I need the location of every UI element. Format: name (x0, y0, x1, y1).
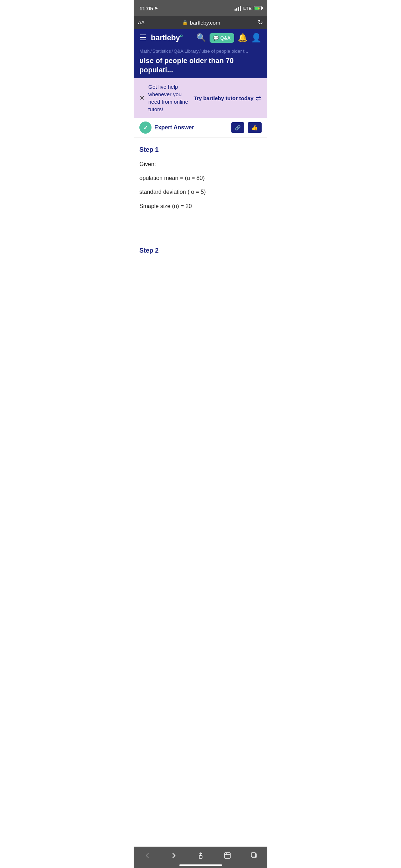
bell-container: 🔔 (238, 33, 247, 42)
breadcrumb-qa-library[interactable]: Q&A Library (174, 48, 199, 54)
breadcrumb-area: Math / Statistics / Q&A Library / ulse o… (134, 46, 267, 78)
status-bar: 11:05 ➤ LTE ⚡ (134, 0, 267, 16)
population-mean: opulation mean = (u = 80) (139, 173, 262, 183)
breadcrumb-statistics[interactable]: Statistics (153, 48, 171, 54)
std-deviation: standard deviation ( o = 5) (139, 187, 262, 197)
breadcrumb: Math / Statistics / Q&A Library / ulse o… (139, 48, 262, 54)
bell-icon[interactable]: 🔔 (238, 33, 247, 42)
lock-icon: 🔒 (182, 20, 188, 25)
nav-header: ☰ bartleby° 🔍 💬 Q&A 🔔 👤 (134, 29, 267, 46)
search-icon[interactable]: 🔍 (196, 33, 206, 42)
given-label: Given: (139, 159, 262, 169)
promo-cta-area: Try bartleby tutor today ⇌ (194, 94, 262, 102)
time-display: 11:05 (139, 5, 153, 11)
reload-icon[interactable]: ↻ (258, 19, 263, 26)
sample-size: Smaple size (n) = 20 (139, 201, 262, 211)
thumbs-up-button[interactable]: 👍 (248, 122, 262, 133)
breadcrumb-sep2: / (172, 48, 173, 54)
status-icons: LTE ⚡ (235, 6, 262, 11)
promo-text: Get live help whenever you need from onl… (148, 83, 194, 113)
brand-text: bartleby (151, 33, 180, 42)
step1-content: Given: opulation mean = (u = 80) standar… (139, 159, 262, 211)
expert-left: ✓ Expert Answer (139, 122, 194, 134)
font-size-control[interactable]: AA (138, 20, 145, 25)
chat-icon: 💬 (213, 35, 219, 41)
address-bar[interactable]: 🔒 bartleby.com (148, 20, 255, 26)
url-bar: AA 🔒 bartleby.com ↻ (134, 16, 267, 29)
signal-icon (235, 6, 241, 11)
breadcrumb-sep1: / (150, 48, 152, 54)
expert-answer-strip: ✓ Expert Answer 🔗 👍 (134, 118, 267, 138)
breadcrumb-math[interactable]: Math (139, 48, 150, 54)
step1-section: Step 1 Given: opulation mean = (u = 80) … (134, 138, 267, 224)
promo-cta[interactable]: Try bartleby tutor today (194, 94, 253, 102)
brand-logo[interactable]: bartleby° (151, 33, 183, 42)
section-divider (134, 231, 267, 231)
status-time: 11:05 ➤ (139, 5, 158, 11)
share-answer-button[interactable]: 🔗 (231, 122, 244, 133)
step2-title: Step 2 (139, 247, 262, 254)
expert-actions: 🔗 👍 (231, 122, 262, 133)
step1-title: Step 1 (139, 146, 262, 154)
nav-right: 🔍 💬 Q&A 🔔 👤 (196, 33, 262, 43)
qa-label: Q&A (220, 35, 231, 41)
close-banner-button[interactable]: ✕ (139, 94, 145, 102)
promo-banner: ✕ Get live help whenever you need from o… (134, 78, 267, 118)
qa-button[interactable]: 💬 Q&A (210, 33, 234, 43)
breadcrumb-sep3: / (199, 48, 201, 54)
promo-arrow-icon: ⇌ (256, 94, 262, 102)
lte-label: LTE (243, 6, 252, 11)
hamburger-menu[interactable]: ☰ (139, 33, 146, 42)
battery-icon: ⚡ (254, 6, 262, 10)
content-wrapper: Step 1 Given: opulation mean = (u = 80) … (134, 138, 267, 301)
page-title: ulse of people older than 70 populati... (139, 56, 262, 74)
location-icon: ➤ (154, 6, 158, 11)
brand-dot: ° (180, 33, 183, 42)
nav-left: ☰ bartleby° (139, 33, 183, 42)
breadcrumb-current: ulse of people older t... (201, 48, 248, 54)
url-text: bartleby.com (190, 20, 220, 26)
expert-avatar: ✓ (139, 122, 151, 134)
user-avatar-icon[interactable]: 👤 (251, 33, 262, 43)
step2-section: Step 2 (134, 238, 267, 269)
expert-label: Expert Answer (154, 124, 194, 131)
